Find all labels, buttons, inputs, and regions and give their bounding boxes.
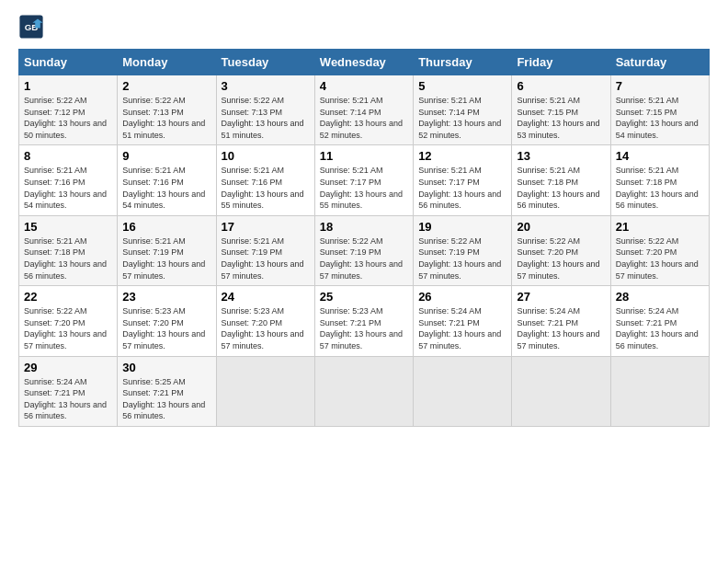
col-header-saturday: Saturday — [610, 50, 709, 75]
day-number: 25 — [320, 290, 408, 304]
day-detail: Sunrise: 5:21 AMSunset: 7:15 PMDaylight:… — [517, 95, 605, 141]
day-number: 19 — [418, 220, 506, 234]
calendar-cell: 13 Sunrise: 5:21 AMSunset: 7:18 PMDaylig… — [512, 145, 610, 215]
day-number: 20 — [517, 220, 605, 234]
day-detail: Sunrise: 5:23 AMSunset: 7:20 PMDaylight:… — [122, 305, 210, 351]
day-detail: Sunrise: 5:21 AMSunset: 7:18 PMDaylight:… — [616, 165, 704, 211]
day-number: 27 — [517, 290, 605, 304]
calendar-row: 22 Sunrise: 5:22 AMSunset: 7:20 PMDaylig… — [19, 286, 710, 356]
day-detail: Sunrise: 5:22 AMSunset: 7:19 PMDaylight:… — [320, 236, 408, 282]
day-detail: Sunrise: 5:24 AMSunset: 7:21 PMDaylight:… — [24, 376, 112, 422]
day-detail: Sunrise: 5:22 AMSunset: 7:20 PMDaylight:… — [616, 236, 704, 282]
day-detail: Sunrise: 5:22 AMSunset: 7:12 PMDaylight:… — [24, 95, 112, 141]
day-number: 26 — [418, 290, 506, 304]
calendar-cell: 7 Sunrise: 5:21 AMSunset: 7:15 PMDayligh… — [610, 75, 709, 145]
day-detail: Sunrise: 5:21 AMSunset: 7:16 PMDaylight:… — [24, 165, 112, 211]
calendar-row: 15 Sunrise: 5:21 AMSunset: 7:18 PMDaylig… — [19, 215, 710, 285]
day-number: 4 — [320, 79, 408, 93]
day-detail: Sunrise: 5:24 AMSunset: 7:21 PMDaylight:… — [517, 305, 605, 351]
day-detail: Sunrise: 5:22 AMSunset: 7:20 PMDaylight:… — [517, 236, 605, 282]
day-detail: Sunrise: 5:21 AMSunset: 7:18 PMDaylight:… — [24, 236, 112, 282]
calendar-cell — [314, 356, 413, 426]
calendar-cell: 10 Sunrise: 5:21 AMSunset: 7:16 PMDaylig… — [216, 145, 314, 215]
calendar-cell: 17 Sunrise: 5:21 AMSunset: 7:19 PMDaylig… — [216, 215, 314, 285]
calendar-row: 8 Sunrise: 5:21 AMSunset: 7:16 PMDayligh… — [19, 145, 710, 215]
day-detail: Sunrise: 5:21 AMSunset: 7:17 PMDaylight:… — [418, 165, 506, 211]
page: GB SundayMondayTuesdayWednesdayThursdayF… — [0, 0, 728, 563]
day-number: 18 — [320, 220, 408, 234]
col-header-monday: Monday — [118, 50, 216, 75]
calendar-cell: 14 Sunrise: 5:21 AMSunset: 7:18 PMDaylig… — [610, 145, 709, 215]
calendar-table: SundayMondayTuesdayWednesdayThursdayFrid… — [18, 49, 710, 427]
col-header-friday: Friday — [512, 50, 610, 75]
day-detail: Sunrise: 5:21 AMSunset: 7:16 PMDaylight:… — [222, 165, 310, 211]
calendar-cell: 22 Sunrise: 5:22 AMSunset: 7:20 PMDaylig… — [19, 286, 118, 356]
day-detail: Sunrise: 5:21 AMSunset: 7:19 PMDaylight:… — [122, 236, 210, 282]
day-detail: Sunrise: 5:21 AMSunset: 7:16 PMDaylight:… — [122, 165, 210, 211]
day-number: 28 — [616, 290, 704, 304]
day-detail: Sunrise: 5:21 AMSunset: 7:14 PMDaylight:… — [418, 95, 506, 141]
logo-icon: GB — [18, 14, 44, 40]
day-detail: Sunrise: 5:23 AMSunset: 7:21 PMDaylight:… — [320, 305, 408, 351]
day-number: 9 — [122, 149, 210, 163]
calendar-row: 1 Sunrise: 5:22 AMSunset: 7:12 PMDayligh… — [19, 75, 710, 145]
day-detail: Sunrise: 5:21 AMSunset: 7:19 PMDaylight:… — [222, 236, 310, 282]
day-detail: Sunrise: 5:24 AMSunset: 7:21 PMDaylight:… — [418, 305, 506, 351]
day-number: 3 — [222, 79, 310, 93]
col-header-wednesday: Wednesday — [314, 50, 413, 75]
day-number: 29 — [24, 361, 112, 374]
calendar-cell — [610, 356, 709, 426]
calendar-cell: 6 Sunrise: 5:21 AMSunset: 7:15 PMDayligh… — [512, 75, 610, 145]
day-number: 15 — [24, 220, 112, 234]
day-detail: Sunrise: 5:21 AMSunset: 7:18 PMDaylight:… — [517, 165, 605, 211]
col-header-tuesday: Tuesday — [216, 50, 314, 75]
calendar-cell: 27 Sunrise: 5:24 AMSunset: 7:21 PMDaylig… — [512, 286, 610, 356]
day-number: 8 — [24, 149, 112, 163]
calendar-cell — [216, 356, 314, 426]
calendar-cell: 4 Sunrise: 5:21 AMSunset: 7:14 PMDayligh… — [314, 75, 413, 145]
day-detail: Sunrise: 5:22 AMSunset: 7:13 PMDaylight:… — [122, 95, 210, 141]
logo: GB — [18, 14, 48, 40]
calendar-cell — [414, 356, 512, 426]
calendar-cell: 24 Sunrise: 5:23 AMSunset: 7:20 PMDaylig… — [216, 286, 314, 356]
day-number: 2 — [122, 79, 210, 93]
day-number: 30 — [122, 361, 210, 374]
day-detail: Sunrise: 5:22 AMSunset: 7:20 PMDaylight:… — [24, 305, 112, 351]
day-number: 16 — [122, 220, 210, 234]
calendar-cell: 16 Sunrise: 5:21 AMSunset: 7:19 PMDaylig… — [118, 215, 216, 285]
day-number: 13 — [517, 149, 605, 163]
day-number: 5 — [418, 79, 506, 93]
day-detail: Sunrise: 5:23 AMSunset: 7:20 PMDaylight:… — [222, 305, 310, 351]
day-detail: Sunrise: 5:24 AMSunset: 7:21 PMDaylight:… — [616, 305, 704, 351]
day-number: 14 — [616, 149, 704, 163]
calendar-cell: 5 Sunrise: 5:21 AMSunset: 7:14 PMDayligh… — [414, 75, 512, 145]
header: GB — [18, 14, 710, 40]
day-number: 10 — [222, 149, 310, 163]
col-header-thursday: Thursday — [414, 50, 512, 75]
header-row: SundayMondayTuesdayWednesdayThursdayFrid… — [19, 50, 710, 75]
calendar-cell: 28 Sunrise: 5:24 AMSunset: 7:21 PMDaylig… — [610, 286, 709, 356]
calendar-cell: 29 Sunrise: 5:24 AMSunset: 7:21 PMDaylig… — [19, 356, 118, 426]
calendar-cell: 1 Sunrise: 5:22 AMSunset: 7:12 PMDayligh… — [19, 75, 118, 145]
calendar-row: 29 Sunrise: 5:24 AMSunset: 7:21 PMDaylig… — [19, 356, 710, 426]
calendar-cell: 2 Sunrise: 5:22 AMSunset: 7:13 PMDayligh… — [118, 75, 216, 145]
calendar-cell: 18 Sunrise: 5:22 AMSunset: 7:19 PMDaylig… — [314, 215, 413, 285]
day-number: 23 — [122, 290, 210, 304]
day-number: 24 — [222, 290, 310, 304]
day-number: 1 — [24, 79, 112, 93]
day-number: 21 — [616, 220, 704, 234]
calendar-cell: 23 Sunrise: 5:23 AMSunset: 7:20 PMDaylig… — [118, 286, 216, 356]
day-detail: Sunrise: 5:25 AMSunset: 7:21 PMDaylight:… — [122, 376, 210, 422]
day-number: 17 — [222, 220, 310, 234]
day-detail: Sunrise: 5:22 AMSunset: 7:19 PMDaylight:… — [418, 236, 506, 282]
calendar-cell — [512, 356, 610, 426]
calendar-cell: 21 Sunrise: 5:22 AMSunset: 7:20 PMDaylig… — [610, 215, 709, 285]
day-detail: Sunrise: 5:21 AMSunset: 7:17 PMDaylight:… — [320, 165, 408, 211]
calendar-cell: 19 Sunrise: 5:22 AMSunset: 7:19 PMDaylig… — [414, 215, 512, 285]
day-detail: Sunrise: 5:22 AMSunset: 7:13 PMDaylight:… — [222, 95, 310, 141]
col-header-sunday: Sunday — [19, 50, 118, 75]
day-number: 7 — [616, 79, 704, 93]
calendar-cell: 12 Sunrise: 5:21 AMSunset: 7:17 PMDaylig… — [414, 145, 512, 215]
calendar-cell: 9 Sunrise: 5:21 AMSunset: 7:16 PMDayligh… — [118, 145, 216, 215]
day-detail: Sunrise: 5:21 AMSunset: 7:15 PMDaylight:… — [616, 95, 704, 141]
